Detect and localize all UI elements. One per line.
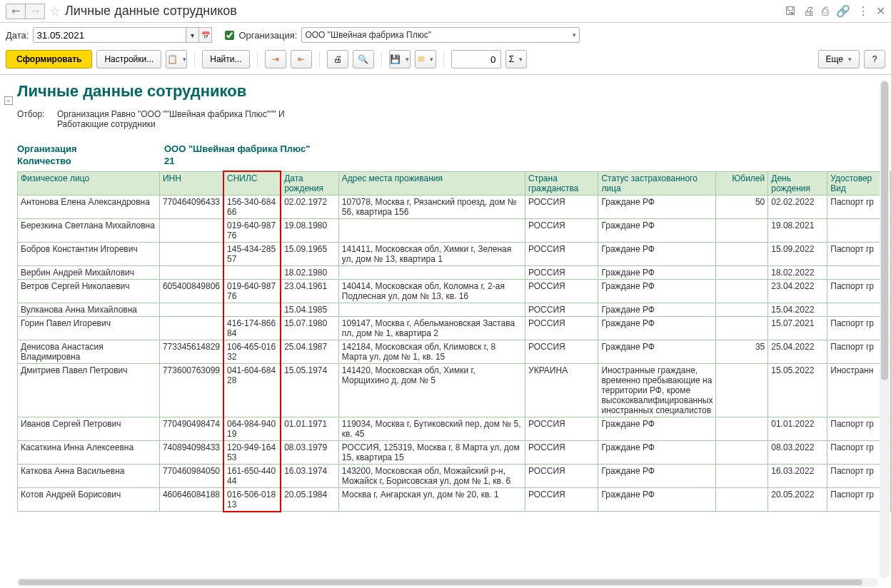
table-cell: Граждане РФ (598, 242, 716, 265)
table-cell: Москва г, Ангарская ул, дом № 20, кв. 1 (338, 487, 525, 512)
filter-text-1: Организация Равно "ООО ""Швейная фабрика… (57, 109, 285, 119)
table-row[interactable]: Дмитриев Павел Петрович773600763099041-6… (18, 363, 891, 417)
calendar-button[interactable]: 📅 (199, 27, 212, 43)
table-cell: 25.04.1987 (281, 340, 338, 363)
table-cell (159, 303, 223, 316)
table-cell: 106-465-016 32 (223, 340, 281, 363)
table-cell: 02.02.2022 (768, 195, 827, 218)
table-cell: 142184, Московская обл, Климовск г, 8 Ма… (338, 340, 525, 363)
date-input[interactable] (33, 27, 186, 43)
table-row[interactable]: Иванов Сергей Петрович770490498474064-98… (18, 417, 891, 440)
table-row[interactable]: Денисова Анастасия Владимировна773345614… (18, 340, 891, 363)
copy-button[interactable]: 📋▾ (166, 50, 187, 69)
more-button[interactable]: Еще▾ (818, 50, 860, 69)
email-button[interactable]: ✉▾ (415, 50, 436, 69)
column-header[interactable]: Дата рождения (281, 171, 338, 195)
table-cell: 416-174-866 84 (223, 316, 281, 340)
forward-button[interactable]: 🡒 (25, 4, 45, 19)
expand-button[interactable]: ⇥ (265, 50, 286, 69)
collapse-button[interactable]: ⇤ (291, 50, 312, 69)
column-header[interactable]: Статус застрахованного лица (598, 171, 716, 195)
table-row[interactable]: Горин Павел Игоревич416-174-866 8415.07.… (18, 316, 891, 340)
table-cell: 01.01.1971 (281, 417, 338, 440)
table-cell (159, 218, 223, 242)
help-button[interactable]: ? (864, 50, 885, 69)
table-row[interactable]: Вулканова Анна Михайловна15.04.1985РОССИ… (18, 303, 891, 316)
table-cell: Горин Павел Игоревич (18, 316, 160, 340)
table-row[interactable]: Каткова Анна Васильевна770460984050161-6… (18, 464, 891, 487)
table-row[interactable]: Касаткина Инна Алексеевна740894098433120… (18, 440, 891, 464)
table-cell: 064-984-940 19 (223, 417, 281, 440)
table-cell: 141411, Московская обл, Химки г, Зеленая… (338, 242, 525, 265)
table-cell (338, 303, 525, 316)
table-row[interactable]: Березкина Светлана Михайловна019-640-987… (18, 218, 891, 242)
table-cell: РОССИЯ (525, 417, 598, 440)
table-cell: Иванов Сергей Петрович (18, 417, 160, 440)
settings-button[interactable]: Настройки... (96, 50, 161, 69)
table-cell (716, 265, 768, 279)
column-header[interactable]: Физическое лицо (18, 171, 160, 195)
table-row[interactable]: Вербин Андрей Михайлович18.02.1980РОССИЯ… (18, 265, 891, 279)
table-cell (716, 464, 768, 487)
table-row[interactable]: Ветров Сергей Николаевич605400849806019-… (18, 279, 891, 303)
filter-info: Отбор: Организация Равно "ООО ""Швейная … (17, 109, 891, 129)
table-cell: Вулканова Анна Михайловна (18, 303, 160, 316)
column-header[interactable]: ИНН (159, 171, 223, 195)
sum-button[interactable]: Σ▾ (505, 50, 527, 69)
table-row[interactable]: Антонова Елена Александровна770464096433… (18, 195, 891, 218)
generate-button[interactable]: Сформировать (6, 50, 92, 69)
save-icon[interactable]: 🖫 (785, 5, 796, 18)
table-row[interactable]: Котов Андрей Борисович460646084188016-50… (18, 487, 891, 512)
column-header[interactable]: Юбилей (716, 171, 768, 195)
table-cell: 15.07.1980 (281, 316, 338, 340)
date-dropdown-button[interactable]: ▾ (186, 27, 199, 43)
table-cell: 770464096433 (159, 195, 223, 218)
table-cell: 15.04.1985 (281, 303, 338, 316)
table-cell: 20.05.1984 (281, 487, 338, 512)
org-select[interactable]: ООО "Швейная фабрика Плюс" ▾ (301, 27, 580, 43)
table-cell: 16.03.2022 (768, 464, 827, 487)
table-cell: 773600763099 (159, 363, 223, 417)
column-header[interactable]: Адрес места проживания (338, 171, 525, 195)
link-icon[interactable]: 🔗 (836, 4, 850, 18)
column-header[interactable]: Страна гражданства (525, 171, 598, 195)
find-button[interactable]: Найти... (202, 50, 249, 69)
collapse-toggle[interactable]: − (4, 96, 13, 105)
close-icon[interactable]: ✕ (876, 4, 885, 18)
report-title: Личные данные сотрудников (17, 82, 891, 101)
vertical-scrollbar[interactable] (880, 80, 890, 578)
table-cell (159, 265, 223, 279)
print-icon[interactable]: 🖨 (803, 5, 815, 18)
table-cell (159, 242, 223, 265)
column-header[interactable]: День рождения (768, 171, 827, 195)
preview-button[interactable]: 🔍 (353, 50, 374, 69)
column-header[interactable]: СНИЛС (223, 171, 281, 195)
table-cell: Ветров Сергей Николаевич (18, 279, 160, 303)
table-cell: Денисова Анастасия Владимировна (18, 340, 160, 363)
table-cell: 773345614829 (159, 340, 223, 363)
number-input[interactable] (451, 50, 501, 69)
table-cell: РОССИЯ (525, 440, 598, 464)
table-cell: РОССИЯ (525, 464, 598, 487)
page-title: Личные данные сотрудников (65, 4, 785, 19)
preview-icon[interactable]: ⎙ (822, 5, 829, 18)
org-checkbox[interactable] (225, 31, 234, 40)
table-cell: Граждане РФ (598, 464, 716, 487)
menu-icon[interactable]: ⋮ (857, 4, 869, 18)
table-cell: 23.04.2022 (768, 279, 827, 303)
favorite-icon[interactable]: ☆ (49, 4, 61, 19)
back-button[interactable]: 🡐 (6, 4, 26, 19)
table-cell: 02.02.1972 (281, 195, 338, 218)
org-label: Организация: (238, 30, 297, 41)
table-cell: Иностранные граждане, временно пребывающ… (598, 363, 716, 417)
toolbar: Сформировать Настройки... 📋▾ Найти... ⇥ … (0, 47, 891, 75)
table-row[interactable]: Бобров Константин Игоревич145-434-285 57… (18, 242, 891, 265)
save-disk-button[interactable]: 💾▾ (389, 50, 411, 69)
horizontal-scrollbar[interactable] (17, 578, 878, 584)
table-cell: 605400849806 (159, 279, 223, 303)
table-cell: Бобров Константин Игоревич (18, 242, 160, 265)
table-cell: Граждане РФ (598, 265, 716, 279)
print-button[interactable]: 🖨 (327, 50, 348, 69)
table-cell: 161-650-440 44 (223, 464, 281, 487)
table-cell: 740894098433 (159, 440, 223, 464)
